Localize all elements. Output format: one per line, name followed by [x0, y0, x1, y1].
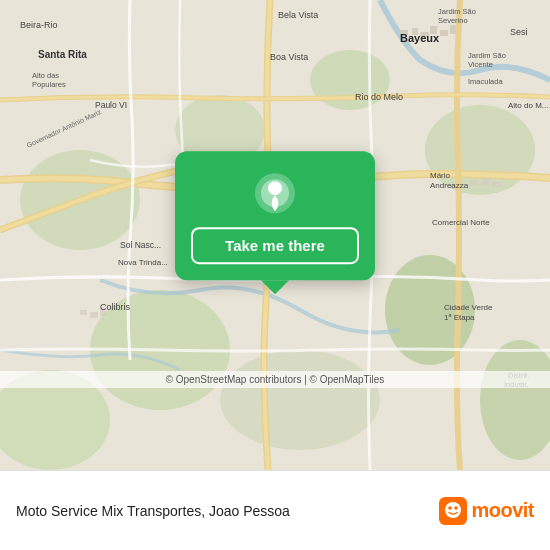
- svg-text:Rio do Melo: Rio do Melo: [355, 92, 403, 102]
- svg-text:Paulo VI: Paulo VI: [95, 100, 127, 110]
- svg-text:Boa Vista: Boa Vista: [270, 52, 308, 62]
- svg-text:Populares: Populares: [32, 80, 66, 89]
- svg-rect-18: [492, 182, 501, 187]
- svg-text:Colibris: Colibris: [100, 302, 131, 312]
- svg-text:Mário: Mário: [430, 171, 451, 180]
- svg-rect-14: [440, 30, 448, 36]
- moovit-logo: moovit: [439, 497, 534, 525]
- svg-point-7: [220, 350, 380, 450]
- svg-text:Bayeux: Bayeux: [400, 32, 440, 44]
- svg-text:Imaculada: Imaculada: [468, 77, 503, 86]
- svg-point-55: [449, 506, 453, 510]
- moovit-face-icon: [439, 497, 467, 525]
- svg-rect-16: [470, 180, 478, 185]
- svg-rect-19: [80, 310, 87, 315]
- svg-text:Alto das: Alto das: [32, 71, 59, 80]
- svg-text:Cidade Verde: Cidade Verde: [444, 303, 493, 312]
- map-container: Beira-Rio Santa Rita Alto das Populares …: [0, 0, 550, 470]
- take-me-there-button[interactable]: Take me there: [191, 227, 359, 264]
- bottom-card: Moto Service Mix Transportes, Joao Pesso…: [0, 470, 550, 550]
- svg-rect-15: [450, 25, 456, 34]
- svg-rect-20: [90, 312, 98, 318]
- svg-text:1ª Etapa: 1ª Etapa: [444, 313, 475, 322]
- place-name: Moto Service Mix Transportes, Joao Pesso…: [16, 503, 439, 519]
- svg-point-52: [268, 181, 282, 195]
- location-pin-icon: [253, 171, 297, 215]
- svg-text:Jardim São: Jardim São: [468, 51, 506, 60]
- moovit-logo-text: moovit: [471, 499, 534, 522]
- svg-text:Santa Rita: Santa Rita: [38, 49, 87, 60]
- svg-rect-17: [482, 178, 489, 185]
- svg-text:Jardim São: Jardim São: [438, 7, 476, 16]
- svg-text:Comercial Norte: Comercial Norte: [432, 218, 490, 227]
- svg-text:Sesi: Sesi: [510, 27, 528, 37]
- svg-text:Nova Trinda...: Nova Trinda...: [118, 258, 168, 267]
- svg-point-56: [455, 506, 459, 510]
- svg-text:Bela Vista: Bela Vista: [278, 10, 318, 20]
- svg-text:Severino: Severino: [438, 16, 468, 25]
- svg-text:Andreazza: Andreazza: [430, 181, 469, 190]
- svg-point-54: [445, 502, 461, 518]
- map-attribution: © OpenStreetMap contributors | © OpenMap…: [0, 371, 550, 388]
- svg-text:Alto do M...: Alto do M...: [508, 101, 548, 110]
- popup-card: Take me there: [175, 151, 375, 280]
- svg-text:Beira-Rio: Beira-Rio: [20, 20, 58, 30]
- svg-text:Vicente: Vicente: [468, 60, 493, 69]
- svg-text:Sol Nasc...: Sol Nasc...: [120, 240, 161, 250]
